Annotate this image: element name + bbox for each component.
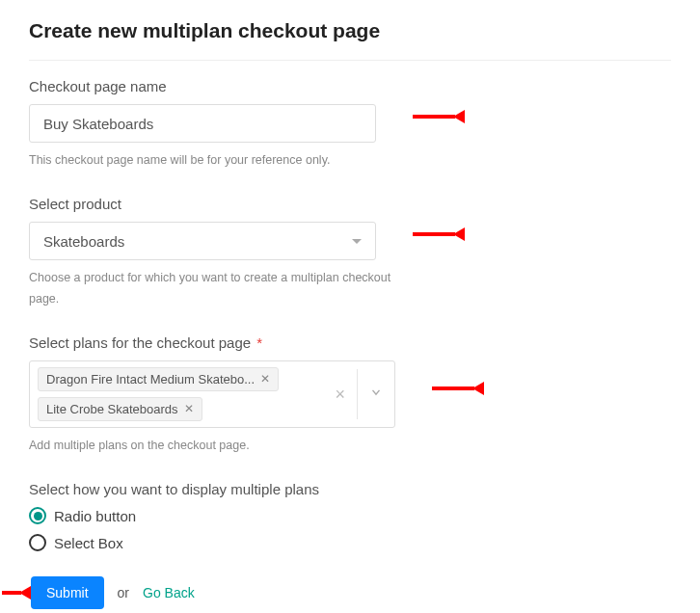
radio-label: Select Box bbox=[54, 535, 123, 551]
multiselect-controls: × bbox=[325, 361, 394, 427]
required-marker: * bbox=[256, 334, 262, 351]
label-checkout-name: Checkout page name bbox=[29, 78, 671, 94]
radio-icon bbox=[29, 534, 46, 551]
form-actions: Submit or Go Back bbox=[31, 576, 671, 609]
plans-multiselect[interactable]: Dragon Fire Intact Medium Skatebo... ✕ L… bbox=[29, 360, 395, 428]
remove-chip-icon[interactable]: ✕ bbox=[260, 373, 270, 385]
product-select[interactable]: Skateboards bbox=[29, 222, 376, 260]
annotation-arrow-icon bbox=[413, 110, 465, 123]
label-select-plans-text: Select plans for the checkout page bbox=[29, 334, 251, 351]
annotation-arrow-icon bbox=[413, 227, 465, 241]
or-text: or bbox=[118, 585, 129, 600]
remove-chip-icon[interactable]: ✕ bbox=[184, 403, 194, 414]
label-select-product: Select product bbox=[29, 196, 671, 212]
field-display-type: Select how you want to display multiple … bbox=[29, 481, 671, 551]
annotation-arrow-icon bbox=[2, 586, 31, 600]
help-select-product: Choose a product for which you want to c… bbox=[29, 268, 415, 309]
plan-chip: Lite Crobe Skateboards ✕ bbox=[38, 397, 202, 421]
display-radio-group: Radio button Select Box bbox=[29, 507, 671, 551]
annotation-arrow-icon bbox=[432, 382, 484, 395]
label-select-plans: Select plans for the checkout page * bbox=[29, 334, 671, 351]
chevron-down-icon[interactable] bbox=[369, 386, 383, 403]
clear-all-icon[interactable]: × bbox=[335, 386, 345, 403]
radio-option-selectbox[interactable]: Select Box bbox=[29, 534, 671, 551]
chevron-down-icon bbox=[352, 239, 362, 244]
product-select-value: Skateboards bbox=[43, 233, 124, 250]
radio-icon bbox=[29, 507, 46, 524]
radio-label: Radio button bbox=[54, 508, 136, 524]
help-checkout-name: This checkout page name will be for your… bbox=[29, 150, 415, 171]
go-back-link[interactable]: Go Back bbox=[143, 585, 195, 600]
plan-chip: Dragon Fire Intact Medium Skatebo... ✕ bbox=[38, 367, 279, 391]
submit-button[interactable]: Submit bbox=[31, 576, 104, 609]
plan-chip-label: Dragon Fire Intact Medium Skatebo... bbox=[46, 372, 255, 386]
label-display-type: Select how you want to display multiple … bbox=[29, 481, 671, 497]
field-checkout-name: Checkout page name This checkout page na… bbox=[29, 78, 671, 171]
help-select-plans: Add multiple plans on the checkout page. bbox=[29, 436, 415, 456]
field-select-plans: Select plans for the checkout page * Dra… bbox=[29, 334, 671, 456]
divider bbox=[357, 369, 358, 419]
plans-chips: Dragon Fire Intact Medium Skatebo... ✕ L… bbox=[30, 361, 325, 427]
page-title: Create new multiplan checkout page bbox=[29, 19, 671, 61]
checkout-name-input[interactable] bbox=[29, 104, 376, 143]
radio-option-radiobutton[interactable]: Radio button bbox=[29, 507, 671, 524]
field-select-product: Select product Skateboards Choose a prod… bbox=[29, 196, 671, 309]
plan-chip-label: Lite Crobe Skateboards bbox=[46, 402, 178, 416]
